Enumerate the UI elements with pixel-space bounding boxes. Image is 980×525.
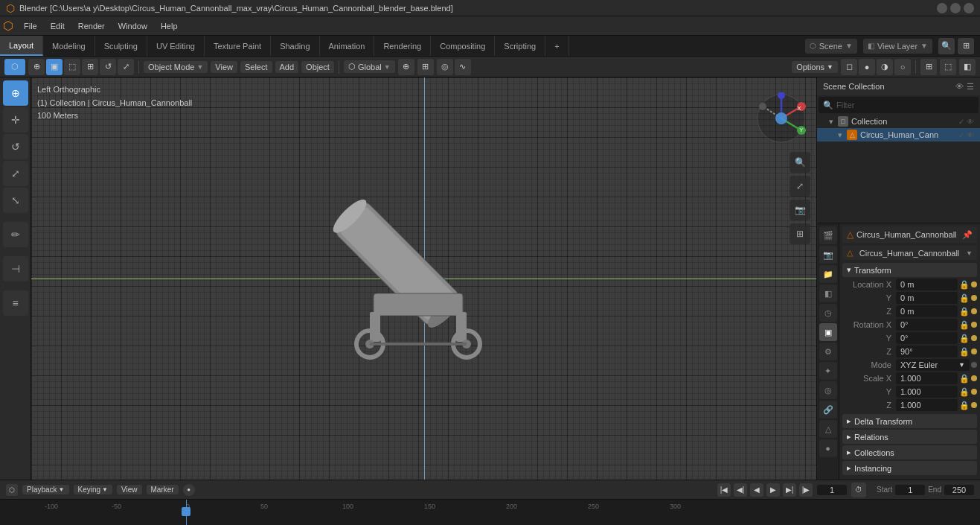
scale-tool[interactable]: ⤢ [118,59,134,75]
rotation-z-lock[interactable]: 🔒 [959,346,970,357]
tab-sculpting[interactable]: Sculpting [95,36,147,56]
extra-btn[interactable]: ≡ [3,290,28,316]
keying-menu-btn[interactable]: Keying ▼ [74,485,113,494]
playback-menu-btn[interactable]: Playback ▼ [22,485,69,494]
timeline-handle[interactable] [182,507,190,516]
step-fwd-btn[interactable]: |▶ [799,483,813,497]
tab-scripting[interactable]: Scripting [495,36,545,56]
scale-y-field[interactable]: 1.000 [896,386,958,398]
data-block-selector[interactable]: △ Circus_Human_Cannonball ▼ [842,246,977,260]
add-menu-btn[interactable]: Add [275,61,299,73]
keyframe-dot-btn[interactable]: ● [183,484,195,496]
mode-dot[interactable] [971,362,977,368]
select-tool[interactable]: ▣ [46,59,63,75]
pivot-icon[interactable]: ⊕ [398,59,414,75]
scale-z-field[interactable]: 1.000 [896,399,958,411]
jump-start-btn[interactable]: |◀ [717,483,731,497]
jump-end-btn[interactable]: ▶| [783,483,796,497]
location-y-field[interactable]: 0 m [896,292,958,304]
viewport[interactable]: Left Orthographic (1) Collection | Circu… [31,77,816,480]
scene-props-tab[interactable]: 🎬 [819,226,837,244]
view-layer-props-tab[interactable]: ◧ [819,284,837,302]
location-z-dot[interactable] [971,308,977,314]
location-y-lock[interactable]: 🔒 [959,293,970,303]
tab-modeling[interactable]: Modeling [43,36,95,56]
measure-btn[interactable]: ⊣ [3,256,28,281]
rotate-btn[interactable]: ↺ [3,134,28,159]
outliner-filter-icon[interactable]: ☰ [967,82,974,92]
outliner-item-collection[interactable]: ▾ □ Collection ✓ 👁 [817,115,980,128]
timeline-scrubber[interactable]: -100 -50 0 50 100 150 200 250 300 [0,499,980,525]
menu-edit[interactable]: Edit [45,20,71,32]
viewlayer-selector[interactable]: View Layer [877,42,917,51]
scale-x-dot[interactable] [971,375,977,381]
rotation-y-field[interactable]: 0° [896,332,958,344]
object-menu-btn[interactable]: Object [301,61,334,73]
material-props-tab[interactable]: ● [819,439,837,457]
scale-x-field[interactable]: 1.000 [896,372,958,384]
location-z-field[interactable]: 0 m [896,305,958,317]
snap-icon[interactable]: ⊞ [417,59,434,75]
rotation-y-dot[interactable] [971,335,977,341]
location-y-dot[interactable] [971,295,977,301]
rotation-z-dot[interactable] [971,349,977,354]
scale-y-lock[interactable]: 🔒 [959,386,970,397]
cursor-btn[interactable]: ⊕ [3,80,28,106]
tab-animation[interactable]: Animation [320,36,375,56]
scale-btn[interactable]: ⤢ [3,161,28,186]
tab-texture-paint[interactable]: Texture Paint [205,36,271,56]
fps-display[interactable]: ⏱ [851,483,866,497]
menu-file[interactable]: File [18,20,43,32]
marker-menu-btn[interactable]: Marker [147,485,179,494]
end-frame-input[interactable]: 250 [944,485,974,495]
view-menu-btn[interactable]: View [211,61,237,73]
editor-type-btn[interactable]: ⬡ [4,59,25,75]
rotate-tool[interactable]: ↺ [100,59,116,75]
zoom-in-btn[interactable]: 🔍 [790,152,810,173]
object-props-tab[interactable]: ▣ [819,323,837,341]
constraints-props-tab[interactable]: 🔗 [819,401,837,419]
tab-uv-editing[interactable]: UV Editing [147,36,205,56]
zoom-toggle-btn[interactable]: ⤢ [790,176,810,197]
play-back-btn[interactable]: ◀ [750,483,763,497]
scale-z-lock[interactable]: 🔒 [959,400,970,410]
overlay-toggle-btn[interactable]: ⬚ [940,59,956,75]
transform-tool[interactable]: ⊞ [82,59,98,75]
camera-btn[interactable]: 📷 [790,200,810,220]
menu-window[interactable]: Window [112,20,153,32]
output-props-tab[interactable]: 📁 [819,265,837,283]
move-btn[interactable]: ✛ [3,107,28,133]
current-frame-input[interactable]: 1 [817,485,847,495]
rotation-z-field[interactable]: 90° [896,346,958,357]
rotation-x-field[interactable]: 0° [896,319,958,331]
tab-add[interactable]: + [545,36,569,56]
view-menu-tl-btn[interactable]: View [117,485,142,494]
render-props-tab[interactable]: 📷 [819,246,837,264]
tab-rendering[interactable]: Rendering [374,36,431,56]
cursor-tool[interactable]: ⊕ [28,59,45,75]
location-x-field[interactable]: 0 m [896,279,958,290]
location-z-lock[interactable]: 🔒 [959,306,970,316]
delta-transform-header[interactable]: ▸ Delta Transform [842,414,977,428]
minimize-button[interactable]: ─ [937,3,947,13]
transform-btn[interactable]: ⤡ [3,188,28,213]
annotate-btn[interactable]: ✏ [3,222,28,247]
proportional-falloff-btn[interactable]: ∿ [455,59,471,75]
start-frame-input[interactable]: 1 [895,485,925,495]
rotation-x-dot[interactable] [971,322,977,328]
transform-section-header[interactable]: ▾ Transform [842,263,977,277]
material-shading-btn[interactable]: ◑ [877,59,893,75]
scene-selector[interactable]: Scene [819,42,842,51]
rotation-mode-field[interactable]: XYZ Euler ▼ [896,359,970,371]
data-props-tab[interactable]: △ [819,420,837,438]
timeline-editor-type[interactable]: ⬡ [6,484,18,496]
outliner-eye-icon[interactable]: 👁 [955,82,964,92]
physics-props-tab[interactable]: ◎ [819,381,837,399]
relations-header[interactable]: ▸ Relations [842,430,977,444]
outliner-search-placeholder[interactable]: Filter [836,101,854,109]
scale-x-lock[interactable]: 🔒 [959,373,970,384]
pin-icon[interactable]: 📌 [962,230,973,240]
scale-y-dot[interactable] [971,389,977,395]
menu-help[interactable]: Help [155,20,184,32]
transform-orientations-btn[interactable]: ⬡ Global ▼ [344,60,395,73]
